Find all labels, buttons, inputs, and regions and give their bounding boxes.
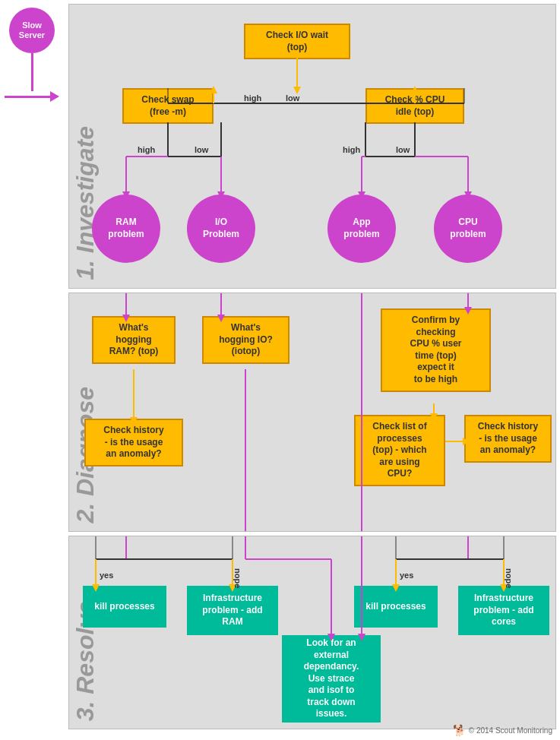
cpu-problem-circle: CPU problem	[434, 194, 502, 263]
io-problem-circle: I/O Problem	[187, 194, 255, 263]
infra-cores-box: Infrastructure problem - add cores	[458, 586, 549, 635]
svg-text:yes: yes	[100, 571, 113, 580]
app-problem-circle: App problem	[327, 194, 396, 263]
check-cpu-idle-box: Check % CPU idle (top)	[365, 88, 464, 124]
footer-copyright: © 2014 Scout Monitoring	[469, 726, 552, 735]
section-diagnose: 2. Diagnose What's hogging RAM? (top) Wh…	[68, 293, 556, 532]
svg-text:low: low	[286, 93, 300, 103]
slow-server-circle: Slow Server	[9, 8, 55, 53]
ram-problem-circle: RAM problem	[92, 194, 160, 263]
arrow-right-icon	[50, 91, 59, 102]
kill-processes-ram-box: kill processes	[83, 586, 166, 628]
whats-hogging-io-box: What's hogging IO? (iotop)	[202, 316, 289, 364]
slow-server-node: Slow Server	[5, 8, 59, 102]
infra-ram-box: Infrastructure problem - add RAM	[187, 586, 278, 635]
slow-server-vertical-line	[31, 53, 33, 91]
external-dep-box: Look for an external dependancy. Use str…	[282, 635, 381, 723]
svg-text:high: high	[343, 145, 360, 154]
scout-icon: 🐕	[453, 724, 466, 736]
svg-marker-1	[293, 87, 301, 94]
footer: 🐕 © 2014 Scout Monitoring	[453, 724, 552, 736]
svg-text:high: high	[138, 145, 155, 154]
section-investigate-label: 1. Investigate	[73, 126, 97, 280]
check-io-box: Check I/O wait (top)	[244, 24, 350, 59]
svg-text:yes: yes	[400, 571, 413, 580]
check-processes-box: Check list of processes (top) - which ar…	[354, 415, 445, 486]
check-history-ram-box: Check history - is the usage an anomaly?	[84, 419, 183, 466]
svg-text:low: low	[195, 145, 209, 154]
slow-server-horizontal-line	[5, 96, 50, 98]
slow-server-arrow	[5, 91, 59, 102]
section-investigate: 1. Investigate Check I/O wait (top) Chec…	[68, 4, 556, 289]
confirm-cpu-box: Confirm by checking CPU % user time (top…	[381, 308, 491, 392]
section-resolve: 3. Resolve kill processes Infrastructure…	[68, 536, 556, 729]
svg-text:high: high	[244, 93, 261, 103]
check-swap-box: Check swap (free -m)	[122, 88, 214, 124]
whats-hogging-ram-box: What's hogging RAM? (top)	[92, 316, 176, 364]
kill-processes-cpu-box: kill processes	[354, 586, 438, 628]
svg-text:low: low	[396, 145, 410, 154]
check-history-cpu-box: Check history - is the usage an anomaly?	[464, 415, 552, 463]
